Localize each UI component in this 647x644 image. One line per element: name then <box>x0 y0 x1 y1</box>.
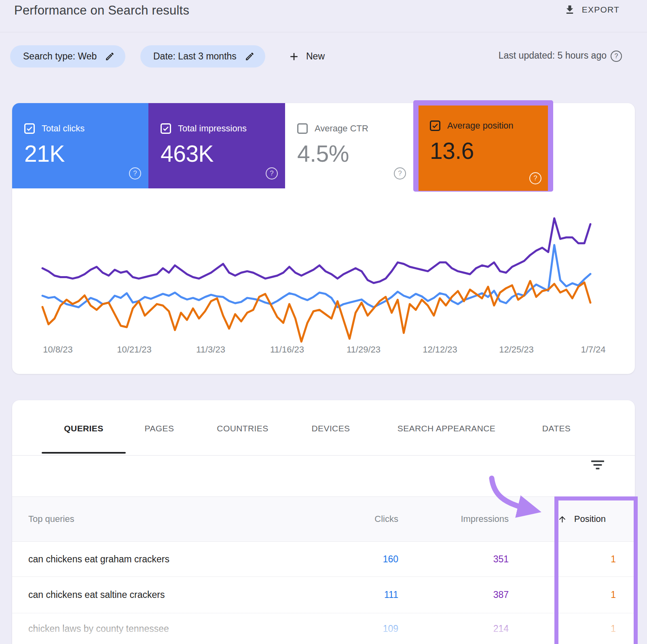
metric-label: Average position <box>447 120 514 131</box>
query-cell: chicken laws by county tennessee <box>28 613 169 644</box>
tab-pages[interactable]: PAGES <box>145 424 174 433</box>
help-icon[interactable] <box>611 51 622 62</box>
impressions-cell: 387 <box>493 577 509 613</box>
impressions-cell: 214 <box>493 613 509 644</box>
performance-line-chart[interactable] <box>40 200 592 350</box>
position-cell: 1 <box>611 613 616 644</box>
new-filter-button[interactable]: New <box>288 45 325 68</box>
column-header-position-label: Position <box>574 514 606 524</box>
clicks-cell: 160 <box>383 542 398 576</box>
table-header-row: Top queries Clicks Impressions Position <box>12 496 635 542</box>
chart-series-total-impressions <box>42 218 590 283</box>
position-cell: 1 <box>611 577 616 613</box>
x-axis-tick: 11/29/23 <box>347 344 381 355</box>
x-axis-tick: 11/3/23 <box>196 344 225 355</box>
last-updated-text: Last updated: 5 hours ago <box>499 50 607 61</box>
new-filter-label: New <box>306 51 325 62</box>
average-position-card[interactable]: Average position 13.6 <box>419 106 548 191</box>
tab-devices[interactable]: DEVICES <box>312 424 350 433</box>
x-axis-tick: 11/16/23 <box>270 344 304 355</box>
table-row[interactable]: can chickens eat saltine crackers 111 38… <box>12 577 635 613</box>
date-range-chip-label: Date: Last 3 months <box>153 51 237 62</box>
column-header-position[interactable]: Position <box>558 497 606 541</box>
edit-pencil-icon <box>105 51 115 61</box>
checked-checkbox-icon[interactable] <box>161 123 171 134</box>
chart-series-total-clicks <box>42 245 590 307</box>
x-axis-tick: 1/7/24 <box>581 344 605 355</box>
average-ctr-card[interactable]: Average CTR 4.5% <box>285 103 413 188</box>
tab-dates[interactable]: DATES <box>542 424 571 433</box>
tab-countries[interactable]: COUNTRIES <box>217 424 268 433</box>
metric-value: 21K <box>24 140 65 167</box>
table-row[interactable]: can chickens eat graham crackers 160 351… <box>12 542 635 577</box>
help-icon[interactable] <box>394 167 406 179</box>
search-type-chip-label: Search type: Web <box>23 51 97 62</box>
column-header-top-queries[interactable]: Top queries <box>28 497 74 541</box>
page-title: Performance on Search results <box>14 3 189 18</box>
position-cell: 1 <box>611 542 616 576</box>
average-position-highlight: Average position 13.6 <box>413 100 553 192</box>
tab-queries[interactable]: QUERIES <box>64 424 103 433</box>
chart-series-average-position <box>42 281 590 342</box>
query-cell: can chickens eat graham crackers <box>28 542 169 576</box>
tab-search-appearance[interactable]: SEARCH APPEARANCE <box>398 424 496 433</box>
column-header-impressions[interactable]: Impressions <box>461 497 509 541</box>
metric-value: 13.6 <box>430 137 474 164</box>
metric-value: 463K <box>161 140 214 167</box>
help-icon[interactable] <box>129 167 141 179</box>
export-label: EXPORT <box>582 5 620 15</box>
metric-label: Total impressions <box>178 123 247 134</box>
metric-label: Average CTR <box>315 123 368 134</box>
edit-pencil-icon <box>245 51 255 61</box>
impressions-cell: 351 <box>493 542 509 576</box>
clicks-cell: 111 <box>384 577 398 613</box>
metric-label: Total clicks <box>42 123 85 134</box>
total-impressions-card[interactable]: Total impressions 463K <box>148 103 285 188</box>
table-row[interactable]: chicken laws by county tennessee 109 214… <box>12 613 635 644</box>
search-type-chip[interactable]: Search type: Web <box>10 45 125 68</box>
filter-rows-icon[interactable] <box>591 460 604 470</box>
unchecked-checkbox-icon[interactable] <box>297 123 308 134</box>
x-axis-tick: 10/21/23 <box>117 344 152 355</box>
sort-ascending-arrow-icon <box>558 515 567 524</box>
help-icon[interactable] <box>529 172 541 184</box>
x-axis-tick: 12/25/23 <box>499 344 534 355</box>
tabs-divider <box>12 455 635 456</box>
query-cell: can chickens eat saltine crackers <box>28 577 165 613</box>
help-icon[interactable] <box>266 167 278 179</box>
active-tab-underline <box>42 452 126 454</box>
header-divider <box>0 32 647 32</box>
plus-icon <box>288 51 300 63</box>
metric-value: 4.5% <box>297 140 349 167</box>
download-icon <box>564 4 575 15</box>
x-axis-tick: 12/12/23 <box>423 344 457 355</box>
export-button[interactable]: EXPORT <box>564 4 620 15</box>
date-range-chip[interactable]: Date: Last 3 months <box>140 45 265 68</box>
total-clicks-card[interactable]: Total clicks 21K <box>12 103 148 188</box>
checked-checkbox-icon[interactable] <box>430 120 440 131</box>
x-axis-tick: 10/8/23 <box>43 344 72 355</box>
search-console-performance-page: Performance on Search results EXPORT Sea… <box>0 0 647 644</box>
checked-checkbox-icon[interactable] <box>24 123 35 134</box>
clicks-cell: 109 <box>383 613 398 644</box>
column-header-clicks[interactable]: Clicks <box>374 497 398 541</box>
